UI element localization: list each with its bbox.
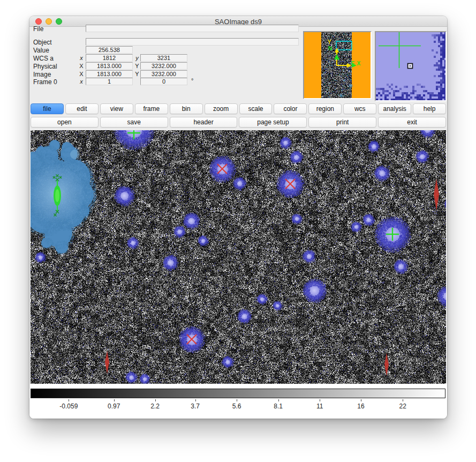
image-display[interactable] xyxy=(31,130,446,384)
object-field[interactable] xyxy=(86,38,299,46)
menu-bar: file edit view frame bin zoom scale colo… xyxy=(31,103,446,114)
panner-y-axis-label: Y xyxy=(328,40,331,45)
info-row-file: File xyxy=(29,25,303,32)
wcs-label: WCS a xyxy=(33,55,54,62)
panner-x-axis-label: X xyxy=(357,61,361,66)
info-row-physical: Physical X 1813.000 Y 3232.000 xyxy=(29,62,303,70)
ds9-window: SAOImage ds9 File Object Value 256.538 W… xyxy=(29,16,447,419)
colorbar[interactable] xyxy=(31,389,445,398)
info-row-object: Object xyxy=(29,38,303,46)
image-label: Image xyxy=(33,71,51,78)
image-x-field[interactable]: 1813.000 xyxy=(86,70,133,78)
value-label: Value xyxy=(33,47,49,54)
menu-color[interactable]: color xyxy=(274,103,307,114)
menu-scale[interactable]: scale xyxy=(239,103,273,114)
colorbar-ticks: -0.059 0.97 2.2 3.7 5.6 8.1 11 16 22 xyxy=(31,398,445,414)
info-row-image: Image X 1813.000 Y 3232.000 xyxy=(29,70,303,78)
file-label: File xyxy=(33,25,43,33)
menu-help[interactable]: help xyxy=(413,103,446,114)
wcs-x-field[interactable]: 1812 xyxy=(86,54,133,62)
info-row-frame: Frame 0 x 1 0 ° xyxy=(29,78,303,85)
object-label: Object xyxy=(33,39,52,46)
print-button[interactable]: print xyxy=(308,117,376,128)
save-button[interactable]: save xyxy=(100,117,168,128)
file-field[interactable] xyxy=(86,25,299,32)
menu-zoom[interactable]: zoom xyxy=(205,103,238,114)
menu-view[interactable]: view xyxy=(100,103,133,114)
info-row-wcs: WCS a x 1812 y 3231 xyxy=(29,54,303,62)
menu-frame[interactable]: frame xyxy=(135,103,168,114)
toolbar: open save header page setup print exit xyxy=(31,117,446,128)
wcs-y-label: y xyxy=(134,55,140,61)
magnifier-canvas[interactable] xyxy=(376,32,445,100)
panner-north-label: N xyxy=(328,46,332,51)
page-setup-button[interactable]: page setup xyxy=(239,117,307,128)
image-y-label: Y xyxy=(134,71,140,77)
degree-suffix: ° xyxy=(191,77,193,84)
wcs-x-label: x xyxy=(79,55,84,61)
physical-x-label: X xyxy=(79,63,84,69)
frame-x-label: x xyxy=(79,78,84,85)
panner-east-label: E xyxy=(351,61,355,66)
info-row-value: Value 256.538 xyxy=(29,46,303,54)
magnifier[interactable] xyxy=(375,31,447,101)
menu-bin[interactable]: bin xyxy=(170,103,203,114)
menu-analysis[interactable]: analysis xyxy=(378,103,411,114)
physical-label: Physical xyxy=(33,63,57,70)
value-field[interactable]: 256.538 xyxy=(86,46,133,54)
colorbar-section: -0.059 0.97 2.2 3.7 5.6 8.1 11 16 22 xyxy=(29,384,447,419)
panner[interactable]: Y N E X xyxy=(303,31,372,99)
menu-edit[interactable]: edit xyxy=(65,103,99,114)
menu-file[interactable]: file xyxy=(31,103,64,114)
open-button[interactable]: open xyxy=(31,117,99,128)
header-button[interactable]: header xyxy=(170,117,238,128)
menu-region[interactable]: region xyxy=(308,103,342,114)
image-y-field[interactable]: 3232.000 xyxy=(140,70,187,78)
physical-y-field[interactable]: 3232.000 xyxy=(140,62,187,70)
frame-zoom-field[interactable]: 1 xyxy=(86,78,133,85)
exit-button[interactable]: exit xyxy=(378,117,446,128)
wcs-y-field[interactable]: 3231 xyxy=(140,54,187,62)
image-x-label: X xyxy=(79,71,84,77)
frame-rotate-field[interactable]: 0 xyxy=(140,78,187,85)
physical-x-field[interactable]: 1813.000 xyxy=(86,62,133,70)
physical-y-label: Y xyxy=(134,63,140,69)
menu-wcs[interactable]: wcs xyxy=(343,103,376,114)
frame-label: Frame 0 xyxy=(33,78,57,86)
